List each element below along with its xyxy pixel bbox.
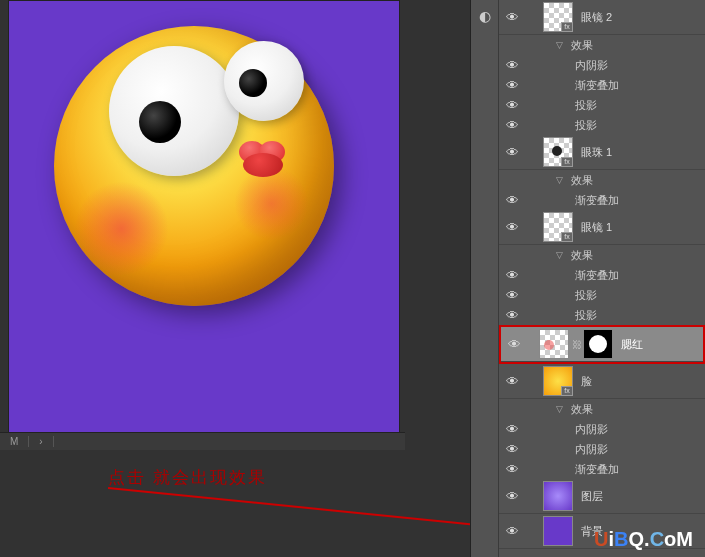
fx-item[interactable]: 👁内阴影 <box>499 55 705 75</box>
eye-large <box>109 46 239 176</box>
layer-thumb[interactable]: fx <box>543 212 573 242</box>
emoji-face <box>54 26 334 306</box>
document-tab-bar[interactable]: M › <box>0 432 405 450</box>
layer-mask-thumb[interactable] <box>583 329 613 359</box>
layer-label: 眼珠 1 <box>581 145 612 160</box>
mouth <box>239 141 294 181</box>
fx-item[interactable]: 👁渐变叠加 <box>499 75 705 95</box>
layer-label: 眼镜 2 <box>581 10 612 25</box>
fx-header[interactable]: ▽效果 <box>499 399 705 419</box>
fx-header[interactable]: ▽效果 <box>499 35 705 55</box>
fx-item[interactable]: 👁内阴影 <box>499 419 705 439</box>
layer-row-tuceng[interactable]: 👁 图层 <box>499 479 705 514</box>
visibility-toggle[interactable]: 👁 <box>499 10 525 25</box>
eye-small <box>224 41 304 121</box>
right-panels: ◐ 👁 fx 眼镜 2 ▽效果 👁内阴影 👁渐变叠加 👁投影 👁投影 👁 fx … <box>470 0 705 557</box>
watermark: UiBQ.CoM <box>594 528 693 551</box>
link-icon[interactable]: ⛓ <box>571 339 583 350</box>
layer-label: 腮红 <box>621 337 643 352</box>
layer-thumb[interactable] <box>543 516 573 546</box>
pupil-small <box>239 69 267 97</box>
fx-item[interactable]: 👁渐变叠加 <box>499 190 705 210</box>
bw-adjustment-icon[interactable]: ◐ <box>471 0 498 32</box>
fx-item[interactable]: 👁内阴影 <box>499 439 705 459</box>
layer-row-lian[interactable]: 👁 fx 脸 <box>499 364 705 399</box>
fx-item[interactable]: 👁投影 <box>499 95 705 115</box>
tab-m[interactable]: M <box>0 436 29 447</box>
layer-thumb[interactable] <box>543 481 573 511</box>
layer-row-yanhong[interactable]: 👁 ⛓ 腮红 <box>501 327 703 362</box>
visibility-toggle[interactable]: 👁 <box>499 489 525 504</box>
visibility-toggle[interactable]: 👁 <box>501 337 527 352</box>
layer-thumb[interactable]: fx <box>543 366 573 396</box>
fx-item[interactable]: 👁渐变叠加 <box>499 265 705 285</box>
annotation-text: 点击 就会出现效果 <box>108 466 267 489</box>
layer-thumb[interactable]: fx <box>543 137 573 167</box>
layer-label: 图层 <box>581 489 603 504</box>
pupil-large <box>139 101 181 143</box>
fx-item[interactable]: 👁渐变叠加 <box>499 459 705 479</box>
layer-row-yanjing2[interactable]: 👁 fx 眼镜 2 <box>499 0 705 35</box>
canvas[interactable] <box>8 0 400 445</box>
tool-strip: ◐ <box>471 0 499 557</box>
layer-thumb[interactable] <box>539 329 569 359</box>
layer-label: 脸 <box>581 374 592 389</box>
layer-thumb[interactable]: fx <box>543 2 573 32</box>
layer-label: 眼镜 1 <box>581 220 612 235</box>
visibility-toggle[interactable]: 👁 <box>499 524 525 539</box>
selection-highlight: 👁 ⛓ 腮红 <box>499 325 705 364</box>
layer-row-yanjing1[interactable]: 👁 fx 眼镜 1 <box>499 210 705 245</box>
blush-left <box>74 181 169 276</box>
layers-panel[interactable]: 👁 fx 眼镜 2 ▽效果 👁内阴影 👁渐变叠加 👁投影 👁投影 👁 fx 眼珠… <box>499 0 705 557</box>
visibility-toggle[interactable]: 👁 <box>499 374 525 389</box>
layer-row-yanzhu1[interactable]: 👁 fx 眼珠 1 <box>499 135 705 170</box>
canvas-area: M › <box>0 0 405 450</box>
fx-item[interactable]: 👁投影 <box>499 305 705 325</box>
visibility-toggle[interactable]: 👁 <box>499 220 525 235</box>
fx-item[interactable]: 👁投影 <box>499 115 705 135</box>
tab-arrow[interactable]: › <box>29 436 53 447</box>
fx-item[interactable]: 👁投影 <box>499 285 705 305</box>
visibility-toggle[interactable]: 👁 <box>499 145 525 160</box>
fx-header[interactable]: ▽效果 <box>499 245 705 265</box>
fx-header[interactable]: ▽效果 <box>499 170 705 190</box>
